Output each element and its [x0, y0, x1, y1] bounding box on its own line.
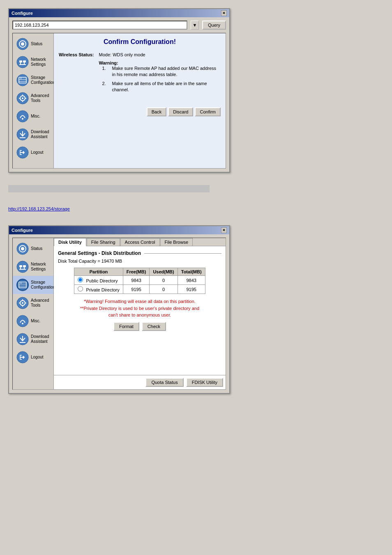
row2-total: 9195	[178, 285, 205, 294]
tab-file-browse[interactable]: File Browse	[160, 238, 193, 246]
confirm-button[interactable]: Confirm	[195, 107, 221, 116]
svg-point-49	[22, 323, 23, 324]
discard-button[interactable]: Discard	[168, 107, 193, 116]
misc-icon	[16, 110, 29, 123]
tools-icon	[16, 92, 29, 105]
svg-point-36	[17, 279, 28, 291]
link-area: http://192.168.123.254/storage	[8, 205, 384, 213]
row1-name: Public Directory	[74, 276, 123, 285]
nav-label-logout: Logout	[31, 150, 44, 155]
svg-point-3	[17, 56, 28, 68]
table-row: Private Directory 9195 0 9195	[74, 285, 205, 294]
warning-num-1: 1.	[102, 65, 109, 78]
tab-bar: Disk Utility File Sharing Access Control…	[54, 238, 226, 246]
back-button[interactable]: Back	[147, 107, 166, 116]
nav2-item-tools[interactable]: Advanced Tools	[13, 294, 53, 312]
nav2-item-network[interactable]: Network Settings	[13, 258, 53, 276]
mode-value: WDS only mode	[113, 52, 145, 57]
nav-item-tools[interactable]: Advanced Tools	[13, 89, 53, 107]
nav-item-status[interactable]: Status	[13, 35, 53, 53]
configure-window-1: Configure ✕ 192.168.123.254 ▼ Query	[8, 8, 230, 173]
address-input[interactable]: 192.168.123.254	[12, 21, 187, 30]
titlebar-2: Configure ✕	[9, 226, 229, 234]
nav2-label-storage: Storage Configuration	[31, 280, 55, 290]
disk-utility-panel: Disk Utility File Sharing Access Control…	[54, 238, 226, 389]
nav2-item-status[interactable]: Status	[13, 240, 53, 258]
nav2-item-logout[interactable]: Logout	[13, 348, 53, 366]
partition-table: Partition Free(MB) Used(MB) Total(MB)	[74, 268, 205, 294]
row2-name: Private Directory	[74, 285, 123, 294]
format-check-buttons: Format Check	[58, 322, 221, 331]
close-button-1[interactable]: ✕	[221, 10, 227, 16]
row2-used: 0	[150, 285, 178, 294]
main-content-1: Status Network Settings	[12, 33, 226, 169]
fdisk-utility-button[interactable]: FDISK Utility	[186, 378, 223, 387]
nav2-label-status: Status	[31, 246, 42, 251]
nav-item-logout[interactable]: Logout	[13, 143, 53, 162]
warning-label: Warning:	[99, 60, 118, 65]
storage-icon	[16, 74, 29, 87]
format-button[interactable]: Format	[113, 322, 139, 331]
bottom-buttons: Quota Status FDISK Utility	[54, 375, 226, 389]
svg-rect-31	[19, 265, 22, 267]
nav2-item-storage[interactable]: Storage Configuration	[13, 276, 53, 294]
logout-icon-2	[16, 351, 29, 364]
radio-public[interactable]	[78, 277, 83, 282]
status-icon-2	[16, 242, 29, 255]
svg-rect-4	[19, 60, 22, 62]
misc-icon-2	[16, 314, 29, 328]
row1-total: 9843	[178, 276, 205, 285]
nav-label-status: Status	[31, 42, 42, 46]
nav2-label-download: Download Assistant	[31, 334, 50, 344]
svg-point-16	[22, 97, 23, 99]
address-dropdown[interactable]: ▼	[191, 21, 199, 30]
tab-file-sharing[interactable]: File Sharing	[87, 238, 120, 246]
warning-line-2: **Private Directory is used to be user's…	[58, 305, 221, 312]
nav-item-download[interactable]: Download Assistant	[13, 125, 53, 143]
wireless-status-labels: Wireless Status:	[59, 52, 94, 96]
svg-point-22	[22, 118, 23, 120]
close-button-2[interactable]: ✕	[221, 227, 227, 233]
nav-label-download: Download Assistant	[31, 130, 50, 139]
nav-item-misc[interactable]: Misc.	[13, 107, 53, 125]
warning-line-1: *Warning! Formatting will erase all data…	[58, 298, 221, 305]
warning-item-1: 1. Make sure Remote AP had added our MAC…	[102, 65, 221, 78]
warning-item-2: 2. Make sure all items of the table are …	[102, 81, 221, 93]
warning-section: Warning: 1. Make sure Remote AP had adde…	[99, 60, 221, 93]
radio-private[interactable]	[78, 286, 83, 291]
tab-disk-utility[interactable]: Disk Utility	[54, 238, 86, 246]
mode-line: Mode: WDS only mode	[99, 52, 221, 57]
sidebar-nav-2: Status Network Settings	[13, 238, 54, 389]
svg-rect-32	[23, 265, 26, 267]
nav-item-network[interactable]: Network Settings	[13, 53, 53, 71]
nav2-label-network: Network Settings	[31, 262, 50, 272]
nav2-item-download[interactable]: Download Assistant	[13, 330, 53, 348]
nav2-item-misc[interactable]: Misc.	[13, 312, 53, 330]
address-bar: 192.168.123.254 ▼ Query	[12, 21, 226, 30]
row2-label: Private Directory	[86, 287, 119, 292]
quota-status-button[interactable]: Quota Status	[145, 378, 183, 387]
download-icon	[16, 128, 29, 141]
confirm-title: Confirm Configuration!	[59, 38, 221, 46]
query-button[interactable]: Query	[202, 21, 226, 30]
sidebar-nav: Status Network Settings	[13, 33, 54, 168]
nav2-label-logout: Logout	[31, 355, 44, 360]
warning-items: 1. Make sure Remote AP had added our MAC…	[102, 65, 221, 93]
network-icon-2	[16, 260, 29, 273]
row1-label: Public Directory	[86, 278, 118, 283]
tab-access-control[interactable]: Access Control	[120, 238, 160, 246]
disk-utility-content: General Settings - Disk Distribution Dis…	[54, 246, 226, 375]
nav2-label-tools: Advanced Tools	[31, 298, 50, 308]
check-button[interactable]: Check	[142, 322, 166, 331]
link[interactable]: http://192.168.123.254/storage	[8, 206, 70, 211]
nav-label-network: Network Settings	[31, 57, 50, 67]
nav-item-storage[interactable]: Storage Configuration	[13, 71, 53, 89]
tools-icon-2	[16, 296, 29, 310]
svg-point-29	[21, 247, 24, 250]
mode-label: Mode:	[99, 52, 112, 57]
col-header-free: Free(MB)	[123, 268, 150, 276]
warning-text-2: Make sure all items of the table are in …	[112, 81, 221, 93]
confirm-panel: Confirm Configuration! Wireless Status: …	[54, 33, 226, 168]
confirm-details: Mode: WDS only mode Warning: 1. Make sur…	[99, 52, 221, 96]
main-content-2: Status Network Settings	[12, 238, 226, 390]
